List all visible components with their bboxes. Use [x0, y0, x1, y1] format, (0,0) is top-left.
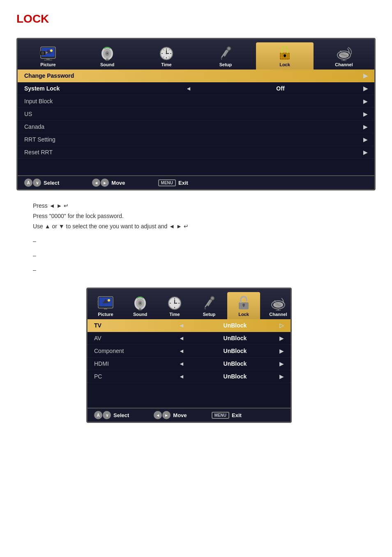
svg-rect-5 [44, 60, 52, 60]
instructions-block: Press ◄ ► ↵ Press "0000" for the lock pa… [33, 201, 376, 275]
canada-label: Canada [24, 123, 363, 130]
tab-picture-label: Picture [40, 62, 55, 67]
setup-icon-2 [199, 295, 219, 311]
svg-point-78 [174, 303, 175, 304]
menu-spacer-2 [88, 383, 291, 408]
dash-1: – [33, 236, 376, 246]
tab2-channel[interactable]: Channel [262, 292, 292, 319]
component-left-arrow: ◄ [179, 348, 184, 354]
component-value: UnBlock [193, 348, 277, 354]
svg-point-13 [106, 53, 108, 54]
hdmi-left-arrow: ◄ [179, 360, 184, 367]
menu-item-component[interactable]: Component ◄ UnBlock ▶ [88, 345, 291, 357]
menu-bottom-bar-1: A∨ Select ◄► Move MENU Exit [18, 175, 374, 189]
menu-tabs-row-2: Picture Sound [88, 289, 291, 319]
menu-item-pc[interactable]: PC ◄ UnBlock ▶ [88, 370, 291, 383]
tab-time-label: Time [161, 62, 171, 67]
us-label: US [24, 111, 363, 117]
dash-3: – [33, 265, 376, 275]
select-button-2: A∨ Select [94, 411, 129, 419]
move-button: ◄► Move [92, 179, 125, 187]
tab-lock[interactable]: Lock [256, 42, 314, 70]
lock-icon-2 [234, 295, 254, 311]
rrt-setting-arrow: ▶ [363, 136, 368, 143]
change-password-arrow: ▶ [363, 72, 368, 79]
svg-point-29 [166, 53, 167, 54]
y-button: ∨ [33, 179, 41, 187]
av-left-arrow: ◄ [179, 335, 184, 341]
hdmi-value: UnBlock [193, 360, 277, 367]
menu-item-input-block[interactable]: Input Block ▶ [18, 95, 374, 108]
tab2-time[interactable]: Time [158, 292, 191, 319]
change-password-label: Change Password [24, 72, 363, 79]
tab2-sound[interactable]: Sound [124, 292, 157, 319]
ay-button-icon-2: A∨ [94, 411, 111, 419]
av-label: AV [94, 335, 179, 341]
reset-rrt-arrow: ▶ [363, 149, 368, 155]
menu-item-reset-rrt[interactable]: Reset RRT ▶ [18, 146, 374, 159]
exit-button: MENU Exit [158, 179, 188, 186]
system-lock-right-arrow: ▶ [363, 85, 368, 92]
tv-label: TV [94, 322, 179, 329]
exit-label: Exit [178, 180, 188, 186]
menu-item-av[interactable]: AV ◄ UnBlock ▶ [88, 332, 291, 345]
svg-point-8 [42, 53, 44, 54]
sound-icon-2 [130, 295, 150, 311]
sound-icon [97, 45, 117, 61]
tab-lock-label: Lock [279, 62, 290, 67]
menu-item-canada[interactable]: Canada ▶ [18, 121, 374, 133]
tab-time[interactable]: Time [138, 42, 195, 70]
tab-picture[interactable]: Picture [19, 42, 77, 70]
tab-sound[interactable]: Sound [78, 42, 136, 70]
reset-rrt-label: Reset RRT [24, 149, 363, 155]
tab2-setup[interactable]: Setup [193, 292, 226, 319]
menu-item-system-lock[interactable]: System Lock ◄ Off ▶ [18, 82, 374, 95]
av-value: UnBlock [193, 335, 277, 341]
dash-2: – [33, 251, 376, 261]
svg-point-61 [108, 299, 110, 302]
tab2-picture[interactable]: Picture [89, 292, 122, 319]
tab2-channel-label: Channel [269, 312, 287, 317]
menu-item-tv[interactable]: TV ◄ UnBlock ▷ [88, 319, 291, 332]
tab2-lock-label: Lock [238, 312, 249, 317]
channel-icon-2 [268, 295, 288, 311]
svg-point-68 [138, 309, 142, 311]
svg-rect-4 [46, 58, 50, 60]
pc-left-arrow: ◄ [179, 373, 184, 380]
menu-bottom-bar-2: A∨ Select ◄► Move MENU Exit [88, 408, 291, 422]
input-block-label: Input Block [24, 98, 363, 104]
menu-spacer-1 [18, 159, 374, 175]
picture-icon-2 [96, 295, 115, 311]
time-icon-2 [165, 295, 184, 311]
menu-item-rrt-setting[interactable]: RRT Setting ▶ [18, 133, 374, 146]
picture-icon [38, 45, 58, 61]
pc-value: UnBlock [193, 373, 277, 380]
canada-arrow: ▶ [363, 123, 368, 130]
left-button-2: ◄ [154, 411, 162, 419]
tab-channel[interactable]: Channel [315, 42, 373, 70]
y-button-2: ∨ [103, 411, 111, 419]
menu-item-us[interactable]: US ▶ [18, 108, 374, 121]
tab2-time-label: Time [169, 312, 180, 317]
av-right-arrow: ▶ [279, 335, 284, 341]
svg-point-31 [228, 47, 230, 50]
svg-rect-44 [284, 56, 286, 57]
svg-point-3 [50, 49, 53, 52]
tab2-sound-label: Sound [133, 312, 147, 317]
a-button-2: A [94, 411, 102, 419]
menu-item-hdmi[interactable]: HDMI ◄ UnBlock ▶ [88, 357, 291, 370]
menu-item-change-password[interactable]: Change Password ▶ [18, 70, 374, 82]
tab-channel-label: Channel [335, 62, 353, 67]
exit-button-2: MENU Exit [212, 412, 242, 419]
exit-label-2: Exit [232, 412, 242, 418]
tab2-lock[interactable]: Lock [227, 292, 260, 319]
menu-content-2: TV ◄ UnBlock ▷ AV ◄ UnBlock ▶ Component … [88, 319, 291, 408]
a-button: A [24, 179, 32, 187]
select-label-2: Select [113, 412, 129, 418]
pc-label: PC [94, 373, 179, 380]
lr-button-icon: ◄► [92, 179, 109, 187]
svg-rect-62 [104, 308, 107, 309]
component-label: Component [94, 348, 179, 354]
tab-setup[interactable]: Setup [197, 42, 254, 70]
move-button-2: ◄► Move [154, 411, 187, 419]
